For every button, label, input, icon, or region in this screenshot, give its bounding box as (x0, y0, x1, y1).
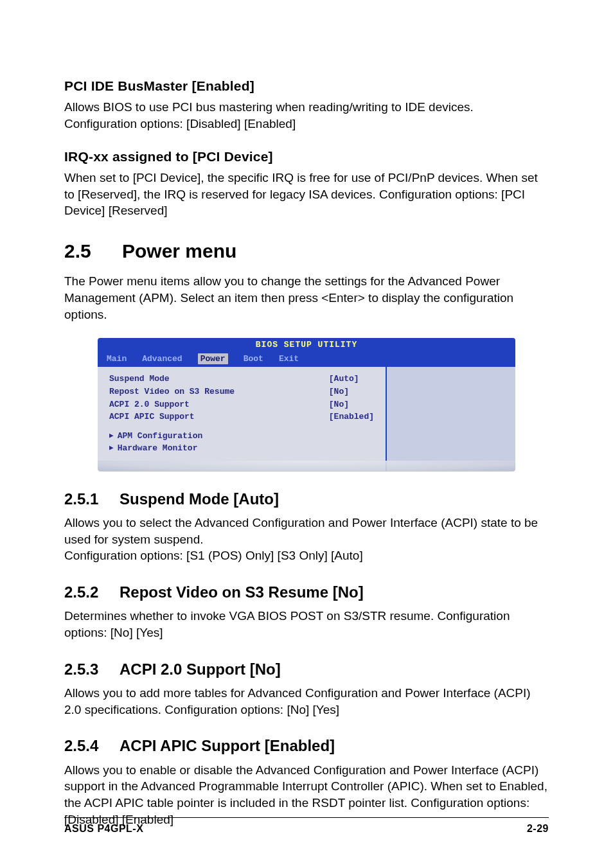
bios-row-value[interactable]: [No] (329, 399, 374, 411)
subsection-name: Repost Video on S3 Resume [No] (120, 583, 364, 601)
bios-row-label[interactable]: Suspend Mode (109, 373, 317, 385)
footer-page-number: 2-29 (527, 822, 549, 836)
subsection-body: Allows you to add more tables for Advanc… (64, 685, 549, 718)
subsection-name: Suspend Mode [Auto] (120, 490, 279, 508)
triangle-right-icon: ▶ (109, 443, 114, 453)
para-pci-ide: Allows BIOS to use PCI bus mastering whe… (64, 99, 549, 132)
bios-tab-boot[interactable]: Boot (244, 353, 263, 365)
bios-tabs: Main Advanced Power Boot Exit (98, 352, 515, 368)
section-intro: The Power menu items allow you to change… (64, 273, 549, 323)
bios-tab-main[interactable]: Main (107, 353, 127, 365)
bios-submenu-label: Hardware Monitor (118, 443, 198, 454)
bios-submenu-label: APM Configuration (118, 430, 203, 442)
bios-row-label[interactable]: Repost Video on S3 Resume (109, 386, 317, 398)
bios-screenshot: BIOS SETUP UTILITY Main Advanced Power B… (98, 338, 515, 470)
heading-pci-ide: PCI IDE BusMaster [Enabled] (64, 77, 549, 95)
subsection-number: 2.5.4 (64, 736, 120, 756)
subsection-number: 2.5.3 (64, 659, 120, 680)
bios-body: Suspend Mode [Auto] Repost Video on S3 R… (98, 367, 515, 470)
subsection-body: Allows you to select the Advanced Config… (64, 515, 549, 564)
bios-row-value[interactable]: [Enabled] (329, 411, 374, 423)
bios-title: BIOS SETUP UTILITY (98, 338, 515, 352)
bios-help-pane (387, 367, 515, 470)
section-name: Power menu (122, 240, 236, 261)
bios-tab-power[interactable]: Power (198, 353, 228, 365)
section-number: 2.5 (64, 238, 122, 265)
bios-row-value[interactable]: [Auto] (329, 373, 374, 385)
footer-product: ASUS P4GPL-X (64, 822, 143, 836)
bios-row-value[interactable]: [No] (329, 386, 374, 398)
bios-settings-pane: Suspend Mode [Auto] Repost Video on S3 R… (98, 367, 387, 470)
heading-irq: IRQ-xx assigned to [PCI Device] (64, 148, 549, 166)
subsection-name: ACPI 2.0 Support [No] (120, 660, 281, 678)
bios-tab-advanced[interactable]: Advanced (142, 353, 182, 365)
bios-tab-exit[interactable]: Exit (279, 353, 299, 365)
subsection-body: Determines whether to invoke VGA BIOS PO… (64, 608, 549, 641)
page-footer: ASUS P4GPL-X 2-29 (64, 817, 549, 836)
subsection-number: 2.5.1 (64, 489, 120, 509)
subsection-name: ACPI APIC Support [Enabled] (120, 737, 335, 754)
subsection-title: 2.5.1Suspend Mode [Auto] (64, 489, 549, 509)
section-title: 2.5Power menu (64, 238, 549, 265)
subsection-title: 2.5.3ACPI 2.0 Support [No] (64, 659, 549, 680)
subsection-title: 2.5.4ACPI APIC Support [Enabled] (64, 736, 549, 756)
bios-submenu[interactable]: ▶ Hardware Monitor (109, 443, 374, 454)
bios-row-label[interactable]: ACPI APIC Support (109, 411, 317, 423)
para-irq: When set to [PCI Device], the specific I… (64, 170, 549, 219)
bios-row-label[interactable]: ACPI 2.0 Support (109, 399, 317, 411)
subsection-number: 2.5.2 (64, 582, 120, 603)
bios-submenu[interactable]: ▶ APM Configuration (109, 430, 374, 442)
subsection-title: 2.5.2Repost Video on S3 Resume [No] (64, 582, 549, 603)
triangle-right-icon: ▶ (109, 431, 114, 441)
